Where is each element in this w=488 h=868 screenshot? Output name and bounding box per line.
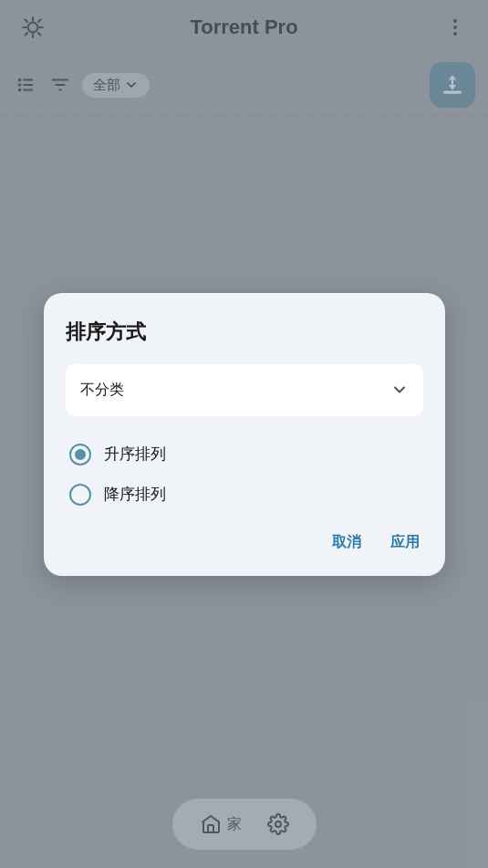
apply-button[interactable]: 应用 [387, 528, 423, 558]
radio-ascending-outer [69, 444, 91, 465]
sort-dropdown-container: 不分类 [66, 364, 423, 416]
sort-dropdown[interactable]: 不分类 [66, 368, 423, 413]
radio-descending[interactable]: 降序排列 [66, 475, 423, 515]
dialog-overlay: 排序方式 不分类 升序排列 降序排列 取消 应用 [0, 0, 488, 868]
dialog-actions: 取消 应用 [66, 528, 423, 558]
cancel-button[interactable]: 取消 [328, 528, 365, 558]
radio-descending-label: 降序排列 [104, 484, 166, 505]
sort-dropdown-value: 不分类 [80, 381, 124, 400]
radio-descending-outer [69, 484, 91, 506]
radio-ascending[interactable]: 升序排列 [66, 434, 423, 475]
radio-ascending-inner [75, 449, 86, 460]
radio-ascending-label: 升序排列 [104, 444, 166, 465]
sort-dialog: 排序方式 不分类 升序排列 降序排列 取消 应用 [44, 293, 445, 576]
dialog-title: 排序方式 [66, 319, 423, 346]
